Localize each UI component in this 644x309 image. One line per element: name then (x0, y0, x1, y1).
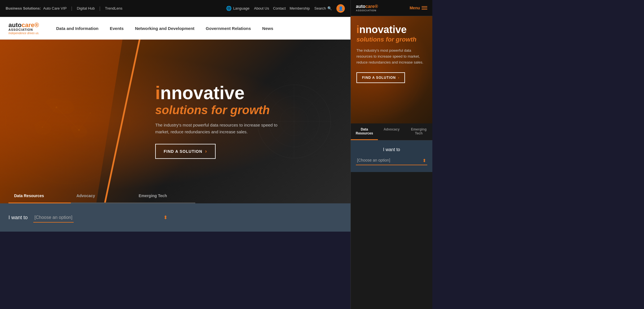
rp-tab-emerging-tech[interactable]: Emerging Tech (405, 123, 432, 140)
rp-want-to: I want to [Choose an option] ⬍ (351, 140, 432, 172)
want-to-select-wrapper: [Choose an option] ⬍ (33, 213, 169, 223)
rp-menu-button[interactable]: Menu (409, 6, 427, 10)
hero-tabs: Data Resources Advocacy Emerging Tech (0, 189, 351, 203)
top-bar: Business Solutions: Auto Care VIP | Digi… (0, 0, 351, 17)
hero-globe-graphic (0, 40, 141, 203)
logo-text: autocare® (8, 22, 39, 28)
hamburger-line-1 (422, 6, 427, 7)
top-bar-left: Business Solutions: Auto Care VIP | Digi… (6, 6, 122, 11)
hamburger-line-2 (422, 8, 427, 8)
hero-cta-arrow-icon: › (205, 149, 207, 154)
topbar-about[interactable]: About Us (254, 6, 269, 10)
topbar-membership[interactable]: Membership (290, 6, 310, 10)
want-to-section: I want to [Choose an option] ⬍ (0, 203, 351, 232)
rp-hero-cta-arrow-icon: › (398, 76, 399, 80)
rp-hero-cta-button[interactable]: FIND A SOLUTION › (356, 72, 405, 83)
separator-1: | (71, 6, 72, 11)
hero-section: innovative solutions for growth The indu… (0, 40, 351, 203)
nav-news[interactable]: News (262, 26, 273, 31)
nav-bar: autocare® ASSOCIATION Independence drive… (0, 17, 351, 40)
language-label: Language (233, 6, 249, 10)
top-bar-links: Auto Care VIP | Digital Hub | TrendLens (43, 6, 122, 11)
rp-header: autocare® ASSOCIATION Menu (351, 0, 432, 16)
business-solutions-label: Business Solutions: (6, 6, 41, 10)
rp-logo-assoc: ASSOCIATION (356, 9, 378, 12)
topbar-link-trendlens[interactable]: TrendLens (105, 6, 122, 10)
hamburger-line-3 (422, 9, 427, 10)
search-button[interactable]: Search 🔍 (314, 6, 332, 10)
hero-subtitle: solutions for growth (155, 103, 291, 117)
logo-association: ASSOCIATION (8, 28, 39, 31)
nav-data-information[interactable]: Data and Information (56, 26, 98, 31)
rp-logo-care: care® (365, 4, 378, 9)
hero-content: innovative solutions for growth The indu… (155, 84, 291, 159)
rp-want-to-select[interactable]: [Choose an option] (356, 156, 427, 165)
hero-title-rest: nnovative (160, 83, 245, 103)
topbar-link-digital[interactable]: Digital Hub (77, 6, 95, 10)
language-icon: 🌐 (226, 6, 232, 11)
hero-cta-button[interactable]: FIND A SOLUTION › (155, 144, 216, 159)
rp-hero-desc: The industry's most powerful data resour… (356, 48, 427, 65)
search-label: Search (314, 6, 326, 10)
rp-tabs: Data Resources Advocacy Emerging Tech (351, 123, 432, 140)
hero-title-i: i (155, 83, 160, 103)
right-panel: autocare® ASSOCIATION Menu innovative so… (351, 0, 432, 309)
hero-cta-label: FIND A SOLUTION (164, 149, 202, 154)
top-bar-right-links: About Us Contact Membership (254, 6, 310, 10)
search-icon: 🔍 (327, 6, 332, 10)
user-avatar-icon: 👤 (338, 6, 343, 11)
rp-hero-cta-label: FIND A SOLUTION (362, 76, 396, 80)
hero-title: innovative (155, 84, 291, 102)
rp-tab-advocacy[interactable]: Advocacy (378, 123, 405, 140)
user-icon[interactable]: 👤 (336, 4, 345, 13)
rp-select-wrapper: [Choose an option] ⬍ (356, 156, 427, 165)
nav-networking[interactable]: Networking and Development (135, 26, 194, 31)
topbar-link-vip[interactable]: Auto Care VIP (43, 6, 67, 10)
main-nav: Data and Information Events Networking a… (56, 26, 273, 31)
rp-logo-auto: auto (356, 4, 365, 9)
hero-tab-data-resources[interactable]: Data Resources (8, 189, 71, 203)
want-to-chevron-icon: ⬍ (163, 214, 168, 221)
nav-events[interactable]: Events (110, 26, 124, 31)
rp-logo: autocare® ASSOCIATION (356, 4, 378, 12)
rp-tab-data-resources[interactable]: Data Resources (351, 123, 378, 140)
want-to-label: I want to (8, 215, 28, 221)
separator-2: | (99, 6, 100, 11)
rp-want-to-label: I want to (356, 147, 427, 152)
rp-hero-title-i: i (356, 24, 359, 35)
logo-tagline: Independence drives us. (8, 32, 39, 35)
topbar-contact[interactable]: Contact (273, 6, 286, 10)
hero-tab-emerging-tech[interactable]: Emerging Tech (133, 189, 195, 203)
hamburger-icon (422, 6, 427, 10)
want-to-select[interactable]: [Choose an option] (33, 213, 74, 223)
rp-hero-title-rest: nnovative (359, 24, 407, 35)
hero-description: The industry's most powerful data resour… (155, 122, 291, 136)
rp-hero-title: innovative (356, 25, 427, 35)
nav-government[interactable]: Government Relations (206, 26, 251, 31)
hero-tab-advocacy[interactable]: Advocacy (71, 189, 133, 203)
logo[interactable]: autocare® ASSOCIATION Independence drive… (8, 22, 45, 35)
top-bar-right: 🌐 Language About Us Contact Membership S… (226, 4, 345, 13)
language-button[interactable]: 🌐 Language (226, 6, 249, 11)
rp-hero-subtitle: solutions for growth (356, 36, 427, 43)
menu-label: Menu (409, 6, 420, 10)
rp-hero: innovative solutions for growth The indu… (351, 16, 432, 123)
logo-auto: auto (8, 21, 21, 29)
logo-care: care® (21, 21, 39, 29)
